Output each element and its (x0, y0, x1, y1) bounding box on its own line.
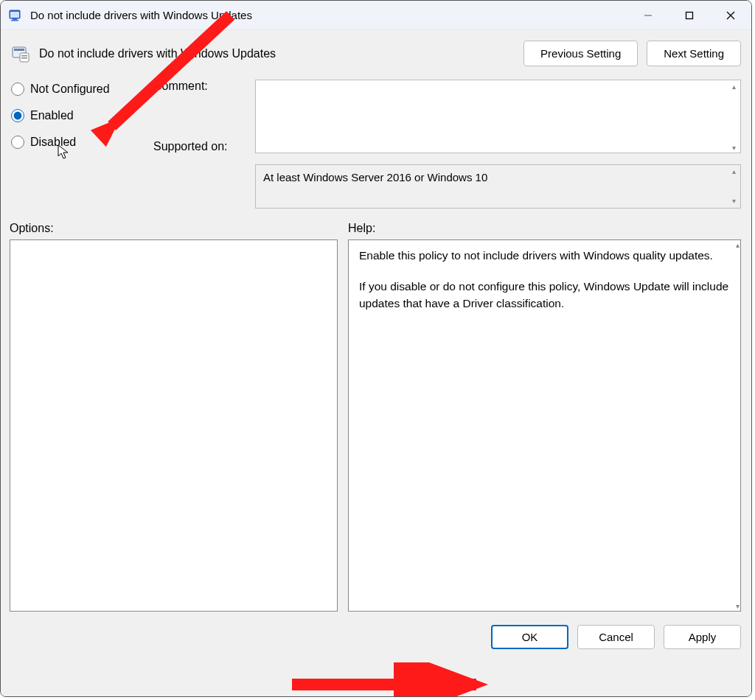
apply-button[interactable]: Apply (664, 625, 741, 649)
close-button[interactable] (710, 1, 751, 30)
scroll-up-icon: ▴ (732, 241, 742, 249)
dialog-buttons: OK Cancel Apply (1, 612, 751, 659)
policy-title: Do not include drivers with Windows Upda… (39, 47, 276, 60)
field-labels: Comment: Supported on: (153, 80, 249, 153)
svg-rect-2 (13, 18, 17, 20)
content-area: Do not include drivers with Windows Upda… (1, 30, 751, 696)
next-setting-button[interactable]: Next Setting (647, 41, 741, 66)
scroll-up-icon: ▴ (728, 83, 739, 91)
panels-row: Enable this policy to not include driver… (1, 239, 751, 612)
svg-rect-5 (686, 12, 693, 18)
state-radio-group: Not Configured Enabled Disabled (11, 80, 147, 149)
previous-setting-button[interactable]: Previous Setting (523, 41, 638, 66)
radio-disabled[interactable]: Disabled (11, 136, 147, 149)
svg-rect-12 (21, 57, 27, 59)
help-label: Help: (348, 222, 375, 235)
radio-enabled-label: Enabled (30, 109, 74, 122)
comment-label: Comment: (153, 80, 249, 93)
scroll-down-icon: ▾ (728, 197, 739, 206)
help-paragraph-1: Enable this policy to not include driver… (359, 248, 730, 264)
help-scrollbar[interactable]: ▴ ▾ (732, 241, 742, 610)
svg-rect-1 (10, 12, 19, 18)
policy-editor-window: Do not include drivers with Windows Upda… (0, 0, 752, 697)
scroll-down-icon: ▾ (732, 602, 742, 610)
panels-labels: Options: Help: (1, 209, 751, 239)
minimize-button[interactable] (627, 1, 669, 30)
field-values: ▴ ▾ At least Windows Server 2016 or Wind… (255, 80, 741, 209)
ok-button[interactable]: OK (491, 625, 568, 649)
help-panel: Enable this policy to not include driver… (348, 239, 741, 612)
svg-rect-3 (11, 20, 18, 21)
options-label: Options: (10, 222, 338, 235)
radio-not-configured[interactable]: Not Configured (11, 83, 147, 96)
cursor-icon (58, 144, 69, 161)
policy-icon (11, 44, 30, 63)
supported-scrollbar[interactable]: ▴ ▾ (728, 167, 739, 206)
window-title: Do not include drivers with Windows Upda… (30, 9, 252, 21)
settings-grid: Not Configured Enabled Disabled Comment:… (1, 72, 751, 209)
scroll-up-icon: ▴ (728, 167, 739, 176)
help-paragraph-2: If you disable or do not configure this … (359, 279, 730, 312)
maximize-button[interactable] (669, 1, 710, 30)
radio-not-configured-label: Not Configured (30, 83, 110, 96)
supported-on-value: At least Windows Server 2016 or Windows … (255, 164, 741, 209)
options-panel (10, 239, 338, 612)
app-icon (8, 8, 23, 23)
comment-input[interactable] (255, 80, 741, 153)
svg-rect-11 (21, 55, 27, 57)
header-row: Do not include drivers with Windows Upda… (1, 30, 751, 72)
titlebar: Do not include drivers with Windows Upda… (1, 1, 751, 30)
comment-scrollbar[interactable]: ▴ ▾ (728, 83, 739, 153)
radio-enabled[interactable]: Enabled (11, 109, 147, 122)
svg-rect-9 (14, 49, 24, 51)
supported-on-label: Supported on: (153, 140, 249, 153)
cancel-button[interactable]: Cancel (577, 625, 655, 649)
scroll-down-icon: ▾ (728, 144, 739, 153)
